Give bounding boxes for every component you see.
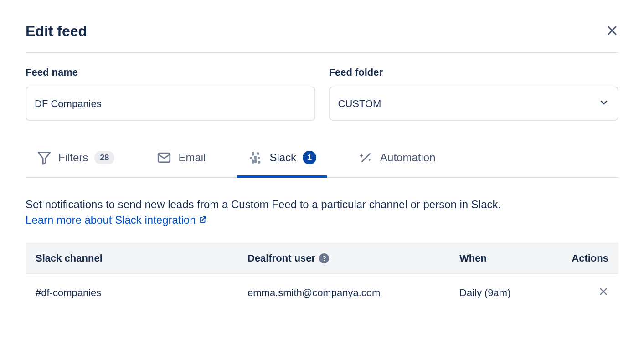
edit-feed-dialog: Edit feed Feed name Feed folder CUSTOM bbox=[0, 0, 644, 335]
dialog-header: Edit feed bbox=[26, 23, 618, 53]
tab-email[interactable]: Email bbox=[145, 143, 216, 177]
table-header: Slack channel Dealfront user ? When Acti… bbox=[26, 243, 618, 274]
cell-user: emma.smith@companya.com bbox=[247, 287, 459, 299]
feed-folder-label: Feed folder bbox=[329, 67, 619, 78]
close-icon bbox=[606, 24, 618, 39]
col-header-actions: Actions bbox=[569, 252, 608, 264]
tab-automation-label: Automation bbox=[380, 151, 435, 164]
tabs: Filters 28 Email Slack 1 Automation bbox=[26, 143, 618, 178]
tab-email-label: Email bbox=[178, 151, 206, 164]
col-header-channel: Slack channel bbox=[36, 252, 247, 264]
external-link-icon bbox=[199, 214, 207, 226]
help-icon[interactable]: ? bbox=[319, 253, 329, 263]
filters-count-badge: 28 bbox=[94, 151, 114, 164]
slack-count-badge: 1 bbox=[303, 151, 316, 164]
cell-channel: #df-companies bbox=[36, 287, 247, 299]
close-button[interactable] bbox=[606, 24, 618, 39]
feed-name-label: Feed name bbox=[26, 67, 315, 78]
tab-slack-label: Slack bbox=[269, 151, 296, 164]
close-icon bbox=[598, 287, 608, 299]
cell-actions bbox=[569, 287, 608, 299]
learn-more-link[interactable]: Learn more about Slack integration bbox=[26, 214, 207, 226]
filter-icon bbox=[36, 150, 52, 165]
feed-folder-value: CUSTOM bbox=[338, 98, 381, 110]
automation-icon bbox=[358, 150, 374, 165]
slack-notifications-table: Slack channel Dealfront user ? When Acti… bbox=[26, 243, 618, 312]
col-header-user: Dealfront user ? bbox=[247, 252, 459, 264]
form-row: Feed name Feed folder CUSTOM bbox=[26, 67, 618, 121]
feed-name-group: Feed name bbox=[26, 67, 315, 121]
tab-filters[interactable]: Filters 28 bbox=[26, 143, 125, 177]
feed-name-input[interactable] bbox=[26, 87, 315, 121]
svg-marker-2 bbox=[38, 153, 50, 164]
dialog-title: Edit feed bbox=[26, 23, 87, 40]
tab-filters-label: Filters bbox=[58, 151, 88, 164]
delete-row-button[interactable] bbox=[598, 287, 608, 299]
col-header-when: When bbox=[459, 252, 569, 264]
tab-automation[interactable]: Automation bbox=[347, 143, 446, 177]
slack-icon bbox=[247, 150, 263, 165]
slack-content: Set notifications to send new leads from… bbox=[26, 196, 618, 312]
learn-more-text: Learn more about Slack integration bbox=[26, 214, 196, 226]
chevron-down-icon bbox=[598, 97, 609, 111]
slack-description: Set notifications to send new leads from… bbox=[26, 196, 618, 213]
tab-slack[interactable]: Slack 1 bbox=[237, 143, 327, 177]
feed-folder-select[interactable]: CUSTOM bbox=[329, 87, 619, 121]
email-icon bbox=[156, 150, 172, 165]
table-row: #df-companies emma.smith@companya.com Da… bbox=[26, 274, 618, 312]
col-header-user-text: Dealfront user bbox=[247, 252, 315, 264]
cell-when: Daily (9am) bbox=[459, 287, 569, 299]
feed-folder-group: Feed folder CUSTOM bbox=[329, 67, 619, 121]
